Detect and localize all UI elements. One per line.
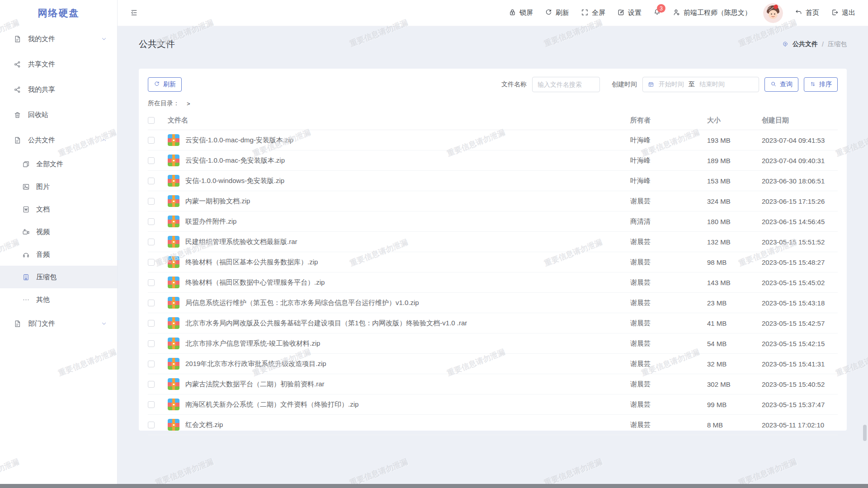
filename-search-input[interactable] [532, 77, 600, 92]
table-row[interactable]: 终验材料（福田区基本公共服务数据库）.zip 谢晨芸 98 MB 2023-05… [148, 252, 838, 272]
menu-fold-icon[interactable] [130, 9, 138, 17]
row-checkbox[interactable] [148, 178, 155, 184]
app-logo: 网络硬盘 [0, 0, 117, 26]
row-checkbox[interactable] [148, 157, 155, 164]
row-checkbox[interactable] [148, 198, 155, 205]
sidebar-item-other[interactable]: 其他 [0, 288, 117, 311]
sidebar-item-dept-files[interactable]: 部门文件 [0, 311, 117, 336]
row-checkbox[interactable] [148, 259, 155, 266]
file-name[interactable]: 内蒙古法院大数据平台（二期）初验前资料.rar [185, 380, 325, 389]
row-checkbox[interactable] [148, 401, 155, 408]
sidebar-item-audio[interactable]: 音频 [0, 243, 117, 266]
file-name[interactable]: 北京市排水户信息管理系统-竣工验收材料.zip [185, 339, 320, 348]
table-row[interactable]: 安信-1.0.0-windows-免安装版.zip 叶海峰 153 MB 202… [148, 171, 838, 191]
file-name[interactable]: 红会文档.zip [185, 421, 223, 429]
sidebar-item-recycle-bin[interactable]: 回收站 [0, 102, 117, 127]
settings-button[interactable]: 设置 [617, 9, 642, 18]
sidebar-item-shared-files[interactable]: 共享文件 [0, 52, 117, 77]
row-checkbox[interactable] [148, 279, 155, 286]
file-name[interactable]: 终验材料（福田区数据中心管理服务平台）.zip [185, 278, 325, 287]
row-checkbox[interactable] [148, 361, 155, 367]
row-checkbox[interactable] [148, 422, 155, 428]
file-name[interactable]: 云安信-1.0.0-mac-免安装版本.zip [185, 156, 285, 165]
row-checkbox[interactable] [148, 340, 155, 347]
main-content: 公共文件 公共文件 / 压缩包 刷新 文件名称 创建时间 开始时间 至 [118, 26, 868, 488]
sidebar-item-my-shares[interactable]: 我的共享 [0, 77, 117, 102]
row-checkbox[interactable] [148, 381, 155, 388]
trash-icon [14, 111, 21, 119]
refresh-button[interactable]: 刷新 [545, 9, 569, 18]
directory-arrow[interactable]: > [187, 100, 190, 107]
table-row[interactable]: 终验材料（福田区数据中心管理服务平台）.zip 谢晨芸 143 MB 2023-… [148, 272, 838, 293]
table-row[interactable]: 北京市水务局内网改版及公共服务基础平台建设项目（第1包：内网改版）终验验文档-v… [148, 313, 838, 333]
home-button[interactable]: 首页 [795, 9, 819, 18]
table-row[interactable]: 联盟办件附件.zip 商清清 180 MB 2023-06-15 14:56:4… [148, 211, 838, 232]
row-checkbox[interactable] [148, 239, 155, 245]
ellipsis-icon [22, 296, 30, 304]
scrollbar-thumb[interactable] [863, 425, 867, 441]
zip-file-icon [168, 277, 179, 288]
file-name[interactable]: 局信息系统运行维护（第五包：北京市水务局综合信息平台运行维护）v1.0.zip [185, 299, 419, 307]
table-row[interactable]: 民建组织管理系统验收文档最新版.rar 谢晨芸 132 MB 2023-05-1… [148, 232, 838, 252]
file-name[interactable]: 联盟办件附件.zip [185, 217, 236, 226]
sort-button[interactable]: 排序 [804, 77, 838, 92]
file-date: 2023-05-15 15:41:31 [762, 360, 838, 368]
file-name[interactable]: 内蒙一期初验文档.zip [185, 197, 250, 206]
sidebar-item-all-files[interactable]: 全部文件 [0, 153, 117, 175]
file-name[interactable]: 南海区机关新办公系统（二期）文件资料（终验打印）.zip [185, 400, 359, 409]
row-checkbox[interactable] [148, 218, 155, 225]
file-name[interactable]: 北京市水务局内网改版及公共服务基础平台建设项目（第1包：内网改版）终验验文档-v… [185, 319, 467, 328]
user-avatar[interactable] [763, 3, 783, 23]
share-icon [14, 61, 21, 68]
sidebar-item-archives[interactable]: 压缩包 [0, 266, 117, 288]
sidebar-item-public-files[interactable]: 公共文件 [0, 127, 117, 153]
file-name[interactable]: 安信-1.0.0-windows-免安装版.zip [185, 177, 284, 185]
column-header-name: 文件名 [168, 116, 630, 125]
refresh-icon [545, 9, 552, 18]
select-all-checkbox[interactable] [148, 117, 155, 124]
table-row[interactable]: 2019年北京市水行政审批系统升级改造项目.zip 谢晨芸 32 MB 2023… [148, 354, 838, 374]
sidebar-item-documents[interactable]: 文档 [0, 198, 117, 221]
table-row[interactable]: 内蒙一期初验文档.zip 谢晨芸 324 MB 2023-06-15 17:15… [148, 191, 838, 211]
table-row[interactable]: 内蒙古法院大数据平台（二期）初验前资料.rar 谢晨芸 302 MB 2023-… [148, 374, 838, 394]
date-range-to: 至 [689, 80, 695, 89]
table-row[interactable]: 南海区机关新办公系统（二期）文件资料（终验打印）.zip 谢晨芸 99 MB 2… [148, 394, 838, 415]
user-menu[interactable]: 前端工程师（陈思文） [673, 9, 751, 18]
row-checkbox[interactable] [148, 320, 155, 327]
sidebar-item-my-files[interactable]: 我的文件 [0, 26, 117, 52]
row-checkbox[interactable] [148, 300, 155, 306]
chevron-up-icon [101, 137, 107, 143]
sidebar-item-images[interactable]: 图片 [0, 175, 117, 198]
file-name[interactable]: 民建组织管理系统验收文档最新版.rar [185, 238, 297, 246]
document-icon [14, 320, 21, 328]
file-size: 302 MB [707, 380, 762, 388]
query-button[interactable]: 查询 [764, 77, 798, 92]
breadcrumb: 公共文件 / 压缩包 [782, 40, 847, 48]
file-name[interactable]: 终验材料（福田区基本公共服务数据库）.zip [185, 258, 318, 267]
date-range-picker[interactable]: 开始时间 至 结束时间 [642, 77, 759, 92]
file-owner: 谢晨芸 [630, 258, 707, 267]
table-row[interactable]: 北京市排水户信息管理系统-竣工验收材料.zip 谢晨芸 54 MB 2023-0… [148, 333, 838, 354]
table-row[interactable]: 局信息系统运行维护（第五包：北京市水务局综合信息平台运行维护）v1.0.zip … [148, 293, 838, 313]
sidebar-item-videos[interactable]: 视频 [0, 221, 117, 243]
sort-arrows-icon [810, 81, 816, 89]
table-row[interactable]: 云安信-1.0.0-mac-免安装版本.zip 叶海峰 189 MB 2023-… [148, 150, 838, 171]
table-row[interactable]: 红会文档.zip 谢晨芸 8 MB 2023-05-11 17:02:10 [148, 415, 838, 435]
row-checkbox[interactable] [148, 137, 155, 144]
zip-file-icon [168, 419, 179, 431]
file-name[interactable]: 2019年北京市水行政审批系统升级改造项目.zip [185, 360, 326, 368]
notifications-button[interactable]: 3 [653, 8, 661, 18]
logout-button[interactable]: 退出 [831, 9, 855, 18]
file-owner: 谢晨芸 [630, 278, 707, 287]
zip-file-icon [168, 216, 179, 227]
list-refresh-button[interactable]: 刷新 [148, 77, 182, 92]
chevron-down-icon [101, 320, 107, 327]
file-size: 180 MB [707, 218, 762, 225]
table-row[interactable]: 云安信-1.0.0-mac-dmg-安装版本.zip 叶海峰 193 MB 20… [148, 130, 838, 150]
fullscreen-button[interactable]: 全屏 [581, 9, 605, 18]
copy-icon [22, 160, 30, 168]
breadcrumb-root[interactable]: 公共文件 [793, 40, 818, 48]
lock-screen-button[interactable]: 锁屏 [509, 9, 533, 18]
file-name[interactable]: 云安信-1.0.0-mac-dmg-安装版本.zip [185, 136, 293, 145]
location-pin-icon [782, 41, 788, 47]
